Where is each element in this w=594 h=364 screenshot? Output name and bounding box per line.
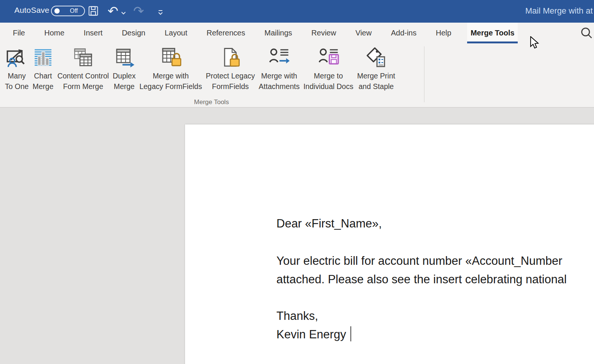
chart-merge-button[interactable]: Chart Merge [31,46,56,92]
button-label: Legacy FormFields [139,81,202,92]
tab-insert[interactable]: Insert [80,23,106,43]
tab-references[interactable]: References [203,23,248,43]
content-control-merge-icon [73,47,94,71]
button-label: Duplex [113,71,136,81]
tab-merge-tools[interactable]: Merge Tools [467,23,518,43]
merge-individual-docs-icon [318,47,339,71]
button-label: Protect Legacy [206,71,255,81]
document-title: Mail Merge with at [525,6,593,16]
qat-customize-icon[interactable] [154,6,167,19]
ribbon-group-label: Merge Tools [0,98,423,106]
button-label: Chart [34,71,52,81]
autosave-label: AutoSave [14,6,49,15]
button-label: Merge [32,81,53,92]
button-label: Merge with [153,71,188,81]
tab-addins[interactable]: Add-ins [387,23,420,43]
document-page[interactable] [185,124,594,364]
ribbon: Many To One [0,43,594,108]
doc-signature-line[interactable]: Kevin Energy [276,327,346,342]
undo-chevron-icon[interactable] [120,7,127,20]
button-label: FormFields [212,81,249,92]
tab-layout[interactable]: Layout [161,23,191,43]
merge-tools-buttons: Many To One [0,43,423,92]
merge-individual-docs-button[interactable]: Merge to Individual Docs [301,46,355,92]
button-label: To One [5,81,29,92]
tab-file[interactable]: File [9,23,28,43]
many-to-one-button[interactable]: Many To One [3,46,31,92]
merge-with-attachments-button[interactable]: Merge with Attachments [257,46,301,92]
doc-greeting-line[interactable]: Dear «First_Name», [276,216,382,231]
button-label: Merge to [314,71,343,81]
tab-help[interactable]: Help [432,23,455,43]
undo-icon[interactable]: ↶ [106,5,119,17]
tab-design[interactable]: Design [119,23,149,43]
button-label: Form Merge [63,81,103,92]
redo-icon: ↷ [132,5,145,17]
merge-print-staple-icon [366,47,387,71]
button-label: Merge with [261,71,297,81]
duplex-merge-button[interactable]: Duplex Merge [111,46,137,92]
merge-with-attachments-icon [268,47,290,71]
word-window: { "colors": { "titlebar": "#2b579a", "ac… [0,0,594,364]
merge-legacy-formfields-button[interactable]: Merge with Legacy FormFields [137,46,204,92]
doc-closing-line[interactable]: Thanks, [276,309,318,324]
text-caret [350,326,351,341]
button-label: Many [8,71,26,81]
content-control-form-merge-button[interactable]: Content Control Form Merge [56,46,111,92]
autosave-toggle[interactable]: Off [51,6,85,16]
merge-print-staple-button[interactable]: Merge Print and Staple [355,46,397,92]
ribbon-group-divider [424,46,424,102]
tab-review[interactable]: Review [308,23,340,43]
tab-home[interactable]: Home [41,23,68,43]
merge-tools-group: Many To One [0,43,423,107]
button-label: Individual Docs [303,81,353,92]
autosave-toggle-knob [54,8,60,14]
autosave-state-label: Off [70,8,78,14]
button-label: Content Control [57,71,109,81]
search-icon[interactable] [580,26,593,41]
button-label: and Staple [358,81,393,92]
doc-body-line-2[interactable]: attached. Please also see the insert cel… [276,272,567,287]
button-label: Attachments [259,81,299,92]
button-label: Merge Print [357,71,395,81]
merge-legacy-formfields-icon [160,47,181,71]
button-label: Merge [114,81,134,92]
doc-body-line-1[interactable]: Your electric bill for account number «A… [276,253,562,269]
duplex-merge-icon [114,47,135,71]
chart-merge-icon [32,47,54,71]
mouse-cursor-icon [529,36,539,51]
document-area: Dear «First_Name», Your electric bill fo… [0,108,594,364]
save-icon[interactable] [87,5,100,17]
title-bar: AutoSave Off ↶ ↷ Mail Merge with at [0,0,594,23]
protect-legacy-formfields-icon [220,47,241,71]
protect-legacy-formfields-button[interactable]: Protect Legacy FormFields [204,46,257,92]
ribbon-tab-row: File Home Insert Design Layout Reference… [0,23,594,43]
many-to-one-icon [6,47,27,71]
tab-view[interactable]: View [352,23,375,43]
tab-mailings[interactable]: Mailings [261,23,295,43]
